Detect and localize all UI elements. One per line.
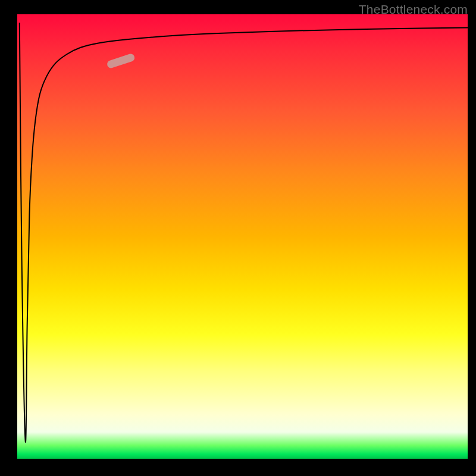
- curve-layer: [17, 14, 468, 459]
- bottleneck-curve-path: [20, 23, 468, 442]
- highlight-segment-marker: [106, 53, 135, 69]
- plot-area: [17, 14, 468, 459]
- chart-frame: TheBottleneck.com: [0, 0, 476, 476]
